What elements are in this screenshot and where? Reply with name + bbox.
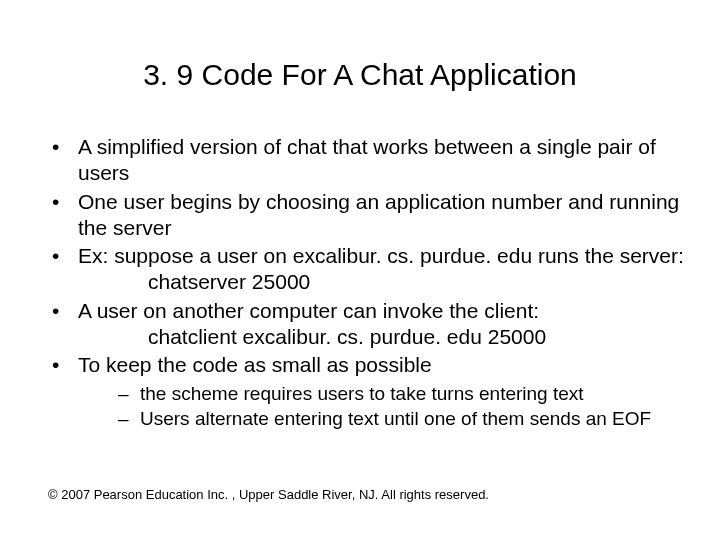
copyright-footer: © 2007 Pearson Education Inc. , Upper Sa…: [48, 487, 489, 502]
bullet-text: A user on another computer can invoke th…: [78, 299, 539, 322]
code-line: chatclient excalibur. cs. purdue. edu 25…: [78, 324, 690, 350]
bullet-text: To keep the code as small as possible: [78, 353, 432, 376]
slide-title: 3. 9 Code For A Chat Application: [30, 58, 690, 92]
bullet-text: One user begins by choosing an applicati…: [78, 190, 679, 239]
slide: 3. 9 Code For A Chat Application A simpl…: [0, 0, 720, 540]
bullet-text: A simplified version of chat that works …: [78, 135, 656, 184]
bullet-list: A simplified version of chat that works …: [40, 134, 690, 431]
sub-bullet-text: Users alternate entering text until one …: [140, 408, 651, 429]
sub-bullet-text: the scheme requires users to take turns …: [140, 383, 584, 404]
bullet-item: One user begins by choosing an applicati…: [40, 189, 690, 242]
bullet-item: A user on another computer can invoke th…: [40, 298, 690, 351]
bullet-text: Ex: suppose a user on excalibur. cs. pur…: [78, 244, 684, 267]
bullet-item: To keep the code as small as possible th…: [40, 352, 690, 431]
sub-bullet-item: Users alternate entering text until one …: [118, 407, 690, 431]
sub-bullet-list: the scheme requires users to take turns …: [118, 382, 690, 431]
bullet-item: A simplified version of chat that works …: [40, 134, 690, 187]
sub-bullet-item: the scheme requires users to take turns …: [118, 382, 690, 406]
code-line: chatserver 25000: [78, 269, 690, 295]
bullet-item: Ex: suppose a user on excalibur. cs. pur…: [40, 243, 690, 296]
